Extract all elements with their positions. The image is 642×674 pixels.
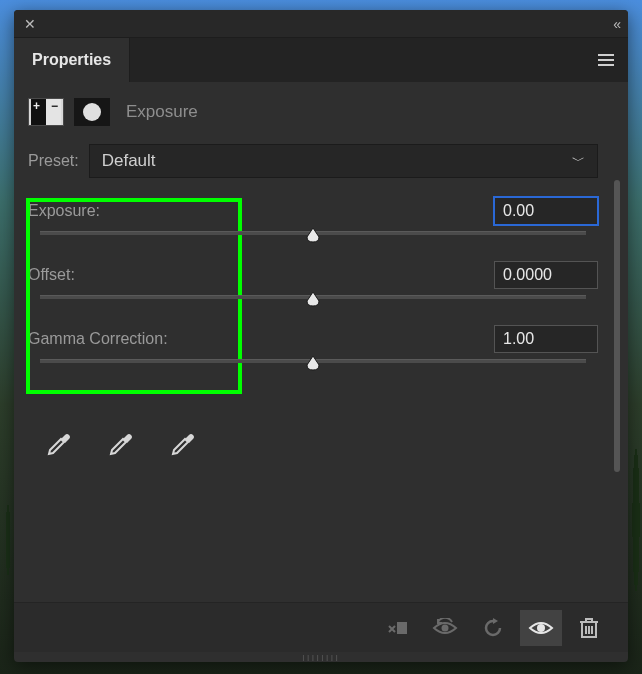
eyedropper-row	[14, 388, 628, 456]
slider-thumb-icon	[304, 354, 322, 372]
trash-icon	[579, 617, 599, 639]
clip-to-layer-button[interactable]	[376, 610, 418, 646]
reset-button[interactable]	[472, 610, 514, 646]
slider-thumb-icon	[304, 226, 322, 244]
eye-prev-icon	[432, 618, 458, 638]
preset-select[interactable]: Default ﹀	[89, 144, 598, 178]
visibility-button[interactable]	[520, 610, 562, 646]
layer-mask-icon[interactable]	[74, 98, 110, 126]
svg-point-4	[442, 624, 449, 631]
delete-button[interactable]	[568, 610, 610, 646]
offset-slider-block: Offset: 0.0000	[28, 260, 598, 316]
panel-menu-button[interactable]	[584, 38, 628, 82]
clip-icon	[385, 618, 409, 638]
gamma-slider[interactable]	[28, 354, 598, 380]
tab-label: Properties	[32, 51, 111, 69]
eyedropper-gray-button[interactable]	[106, 428, 134, 456]
offset-input[interactable]: 0.0000	[494, 261, 598, 289]
panel-bottom-bar	[14, 602, 628, 652]
preset-row: Preset: Default ﹀	[14, 138, 628, 184]
offset-label: Offset:	[28, 266, 75, 284]
adjustment-heading: + − Exposure	[14, 82, 628, 138]
close-icon[interactable]: ✕	[24, 16, 36, 32]
svg-rect-0	[598, 54, 614, 56]
svg-rect-3	[397, 622, 407, 634]
preset-label: Preset:	[28, 152, 79, 170]
gamma-label: Gamma Correction:	[28, 330, 168, 348]
chevron-down-icon: ﹀	[572, 152, 585, 170]
preset-value: Default	[102, 151, 156, 171]
eyedropper-black-button[interactable]	[44, 428, 72, 456]
resize-grip[interactable]: ıııııııı	[14, 652, 628, 662]
exposure-slider-block: Exposure: 0.00	[28, 196, 598, 252]
tab-row: Properties	[14, 38, 628, 82]
offset-slider[interactable]	[28, 290, 598, 316]
panel-titlebar: ✕ «	[14, 10, 628, 38]
eyedropper-white-button[interactable]	[168, 428, 196, 456]
tab-properties[interactable]: Properties	[14, 38, 130, 82]
gamma-slider-block: Gamma Correction: 1.00	[28, 324, 598, 380]
svg-point-5	[537, 624, 545, 632]
properties-panel: ✕ « Properties + − Exposure Preset:	[14, 10, 628, 662]
view-previous-button[interactable]	[424, 610, 466, 646]
reset-icon	[482, 617, 504, 639]
exposure-adjustment-icon[interactable]: + −	[28, 98, 64, 126]
svg-rect-2	[598, 64, 614, 66]
slider-thumb-icon	[304, 290, 322, 308]
exposure-input[interactable]: 0.00	[494, 197, 598, 225]
eye-icon	[528, 618, 554, 638]
exposure-label: Exposure:	[28, 202, 100, 220]
gamma-input[interactable]: 1.00	[494, 325, 598, 353]
collapse-icon[interactable]: «	[613, 16, 618, 32]
sliders-area: Exposure: 0.00 Offset: 0.0000	[14, 184, 628, 388]
scrollbar[interactable]	[614, 180, 620, 472]
menu-icon	[596, 50, 616, 70]
exposure-slider[interactable]	[28, 226, 598, 252]
svg-rect-1	[598, 59, 614, 61]
adjustment-title: Exposure	[126, 102, 198, 122]
